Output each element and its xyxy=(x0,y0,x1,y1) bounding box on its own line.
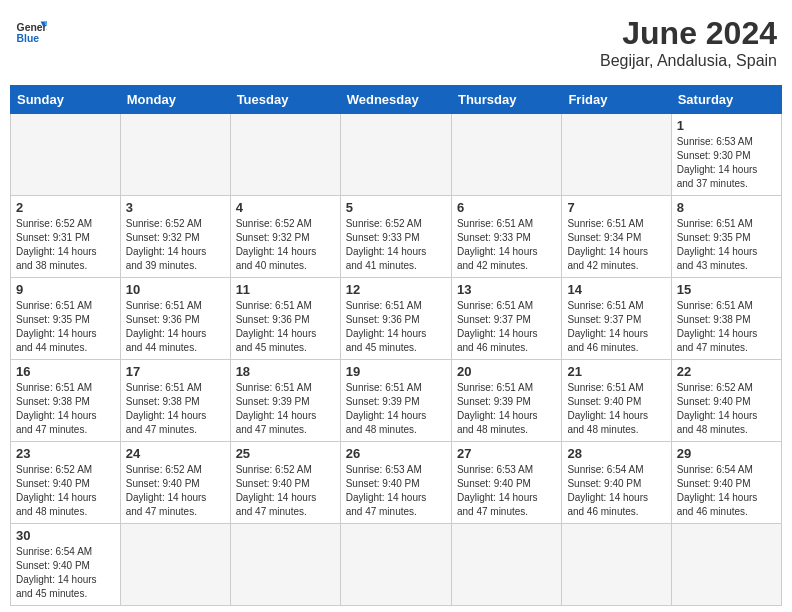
day-info: Sunrise: 6:51 AM Sunset: 9:36 PM Dayligh… xyxy=(236,299,335,355)
day-cell: 8Sunrise: 6:51 AM Sunset: 9:35 PM Daylig… xyxy=(671,196,781,278)
day-info: Sunrise: 6:51 AM Sunset: 9:35 PM Dayligh… xyxy=(16,299,115,355)
weekday-header-sunday: Sunday xyxy=(11,86,121,114)
weekday-header-wednesday: Wednesday xyxy=(340,86,451,114)
day-number: 17 xyxy=(126,364,225,379)
day-cell xyxy=(120,114,230,196)
day-cell xyxy=(562,524,671,606)
day-number: 13 xyxy=(457,282,556,297)
day-info: Sunrise: 6:54 AM Sunset: 9:40 PM Dayligh… xyxy=(677,463,776,519)
day-cell: 26Sunrise: 6:53 AM Sunset: 9:40 PM Dayli… xyxy=(340,442,451,524)
header: General Blue June 2024 Begijar, Andalusi… xyxy=(10,10,782,75)
week-row-6: 30Sunrise: 6:54 AM Sunset: 9:40 PM Dayli… xyxy=(11,524,782,606)
day-info: Sunrise: 6:52 AM Sunset: 9:40 PM Dayligh… xyxy=(677,381,776,437)
day-cell: 22Sunrise: 6:52 AM Sunset: 9:40 PM Dayli… xyxy=(671,360,781,442)
location-title: Begijar, Andalusia, Spain xyxy=(600,52,777,70)
day-cell: 15Sunrise: 6:51 AM Sunset: 9:38 PM Dayli… xyxy=(671,278,781,360)
day-info: Sunrise: 6:51 AM Sunset: 9:38 PM Dayligh… xyxy=(16,381,115,437)
weekday-header-thursday: Thursday xyxy=(451,86,561,114)
day-info: Sunrise: 6:53 AM Sunset: 9:30 PM Dayligh… xyxy=(677,135,776,191)
week-row-4: 16Sunrise: 6:51 AM Sunset: 9:38 PM Dayli… xyxy=(11,360,782,442)
day-info: Sunrise: 6:51 AM Sunset: 9:34 PM Dayligh… xyxy=(567,217,665,273)
day-cell xyxy=(11,114,121,196)
day-info: Sunrise: 6:51 AM Sunset: 9:39 PM Dayligh… xyxy=(236,381,335,437)
day-cell: 24Sunrise: 6:52 AM Sunset: 9:40 PM Dayli… xyxy=(120,442,230,524)
day-info: Sunrise: 6:52 AM Sunset: 9:40 PM Dayligh… xyxy=(126,463,225,519)
day-info: Sunrise: 6:52 AM Sunset: 9:31 PM Dayligh… xyxy=(16,217,115,273)
day-number: 20 xyxy=(457,364,556,379)
day-cell: 5Sunrise: 6:52 AM Sunset: 9:33 PM Daylig… xyxy=(340,196,451,278)
day-cell: 29Sunrise: 6:54 AM Sunset: 9:40 PM Dayli… xyxy=(671,442,781,524)
day-cell xyxy=(230,114,340,196)
day-cell xyxy=(562,114,671,196)
day-info: Sunrise: 6:51 AM Sunset: 9:35 PM Dayligh… xyxy=(677,217,776,273)
weekday-header-saturday: Saturday xyxy=(671,86,781,114)
weekday-header-monday: Monday xyxy=(120,86,230,114)
day-cell: 19Sunrise: 6:51 AM Sunset: 9:39 PM Dayli… xyxy=(340,360,451,442)
generalblue-logo-icon: General Blue xyxy=(15,15,47,47)
calendar-table: SundayMondayTuesdayWednesdayThursdayFrid… xyxy=(10,85,782,606)
day-number: 4 xyxy=(236,200,335,215)
day-number: 22 xyxy=(677,364,776,379)
day-number: 15 xyxy=(677,282,776,297)
day-cell: 20Sunrise: 6:51 AM Sunset: 9:39 PM Dayli… xyxy=(451,360,561,442)
day-number: 8 xyxy=(677,200,776,215)
day-number: 10 xyxy=(126,282,225,297)
week-row-3: 9Sunrise: 6:51 AM Sunset: 9:35 PM Daylig… xyxy=(11,278,782,360)
day-info: Sunrise: 6:51 AM Sunset: 9:38 PM Dayligh… xyxy=(126,381,225,437)
day-cell: 9Sunrise: 6:51 AM Sunset: 9:35 PM Daylig… xyxy=(11,278,121,360)
day-number: 25 xyxy=(236,446,335,461)
day-info: Sunrise: 6:54 AM Sunset: 9:40 PM Dayligh… xyxy=(16,545,115,601)
day-number: 7 xyxy=(567,200,665,215)
day-number: 5 xyxy=(346,200,446,215)
day-cell: 12Sunrise: 6:51 AM Sunset: 9:36 PM Dayli… xyxy=(340,278,451,360)
day-cell xyxy=(340,524,451,606)
weekday-header-friday: Friday xyxy=(562,86,671,114)
day-cell xyxy=(671,524,781,606)
day-info: Sunrise: 6:54 AM Sunset: 9:40 PM Dayligh… xyxy=(567,463,665,519)
day-cell: 30Sunrise: 6:54 AM Sunset: 9:40 PM Dayli… xyxy=(11,524,121,606)
month-title: June 2024 xyxy=(600,15,777,52)
day-info: Sunrise: 6:52 AM Sunset: 9:40 PM Dayligh… xyxy=(236,463,335,519)
day-number: 9 xyxy=(16,282,115,297)
title-area: June 2024 Begijar, Andalusia, Spain xyxy=(600,15,777,70)
day-cell: 25Sunrise: 6:52 AM Sunset: 9:40 PM Dayli… xyxy=(230,442,340,524)
day-cell: 2Sunrise: 6:52 AM Sunset: 9:31 PM Daylig… xyxy=(11,196,121,278)
day-info: Sunrise: 6:51 AM Sunset: 9:36 PM Dayligh… xyxy=(126,299,225,355)
day-cell xyxy=(340,114,451,196)
day-number: 30 xyxy=(16,528,115,543)
day-cell xyxy=(120,524,230,606)
weekday-header-tuesday: Tuesday xyxy=(230,86,340,114)
day-number: 21 xyxy=(567,364,665,379)
day-cell xyxy=(230,524,340,606)
day-cell: 7Sunrise: 6:51 AM Sunset: 9:34 PM Daylig… xyxy=(562,196,671,278)
svg-text:Blue: Blue xyxy=(17,33,40,44)
weekday-header-row: SundayMondayTuesdayWednesdayThursdayFrid… xyxy=(11,86,782,114)
day-info: Sunrise: 6:51 AM Sunset: 9:39 PM Dayligh… xyxy=(457,381,556,437)
day-number: 16 xyxy=(16,364,115,379)
day-cell: 1Sunrise: 6:53 AM Sunset: 9:30 PM Daylig… xyxy=(671,114,781,196)
day-cell: 11Sunrise: 6:51 AM Sunset: 9:36 PM Dayli… xyxy=(230,278,340,360)
day-number: 18 xyxy=(236,364,335,379)
day-number: 11 xyxy=(236,282,335,297)
day-cell: 17Sunrise: 6:51 AM Sunset: 9:38 PM Dayli… xyxy=(120,360,230,442)
day-number: 24 xyxy=(126,446,225,461)
day-cell xyxy=(451,524,561,606)
day-info: Sunrise: 6:51 AM Sunset: 9:37 PM Dayligh… xyxy=(457,299,556,355)
day-info: Sunrise: 6:52 AM Sunset: 9:32 PM Dayligh… xyxy=(236,217,335,273)
day-cell: 18Sunrise: 6:51 AM Sunset: 9:39 PM Dayli… xyxy=(230,360,340,442)
day-cell: 21Sunrise: 6:51 AM Sunset: 9:40 PM Dayli… xyxy=(562,360,671,442)
day-number: 29 xyxy=(677,446,776,461)
day-number: 19 xyxy=(346,364,446,379)
day-info: Sunrise: 6:53 AM Sunset: 9:40 PM Dayligh… xyxy=(457,463,556,519)
day-info: Sunrise: 6:51 AM Sunset: 9:38 PM Dayligh… xyxy=(677,299,776,355)
day-info: Sunrise: 6:51 AM Sunset: 9:39 PM Dayligh… xyxy=(346,381,446,437)
day-cell: 10Sunrise: 6:51 AM Sunset: 9:36 PM Dayli… xyxy=(120,278,230,360)
day-number: 28 xyxy=(567,446,665,461)
day-cell: 23Sunrise: 6:52 AM Sunset: 9:40 PM Dayli… xyxy=(11,442,121,524)
day-number: 2 xyxy=(16,200,115,215)
day-cell: 27Sunrise: 6:53 AM Sunset: 9:40 PM Dayli… xyxy=(451,442,561,524)
day-cell: 6Sunrise: 6:51 AM Sunset: 9:33 PM Daylig… xyxy=(451,196,561,278)
day-number: 6 xyxy=(457,200,556,215)
day-cell: 14Sunrise: 6:51 AM Sunset: 9:37 PM Dayli… xyxy=(562,278,671,360)
day-info: Sunrise: 6:52 AM Sunset: 9:33 PM Dayligh… xyxy=(346,217,446,273)
